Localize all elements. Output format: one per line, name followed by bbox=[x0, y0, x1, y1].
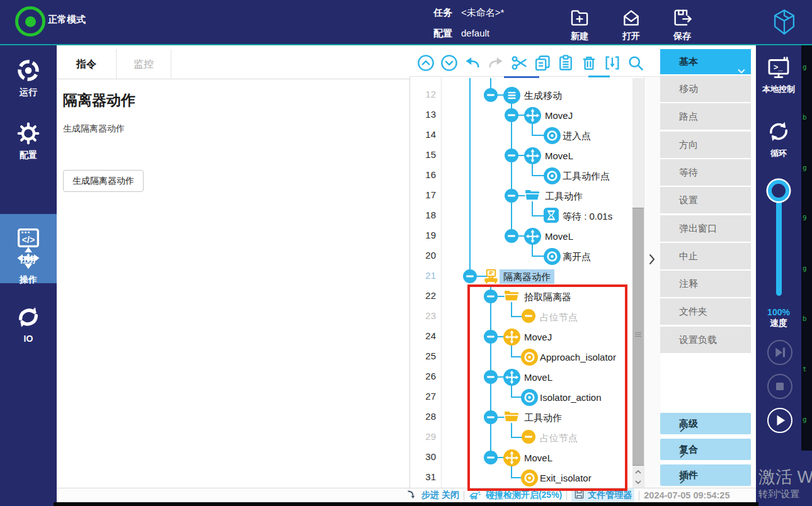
collapse-node-icon[interactable] bbox=[483, 369, 498, 387]
tree-node-label[interactable]: Approach_isolator bbox=[540, 350, 616, 364]
tree-node-label[interactable]: 工具动作 bbox=[545, 189, 583, 203]
insert-icon[interactable] bbox=[603, 54, 621, 72]
sidebar-item-io[interactable]: IO bbox=[0, 305, 57, 344]
generate-isolator-action-button[interactable]: 生成隔离器动作 bbox=[63, 170, 144, 192]
tree-node-label[interactable]: 拾取隔离器 bbox=[524, 290, 571, 304]
tree-node-label[interactable]: 工具动作点 bbox=[563, 169, 610, 183]
collapse-node-icon[interactable] bbox=[504, 188, 519, 206]
step-mode-status[interactable]: 步进 关闭 bbox=[421, 490, 459, 501]
palette-item-4[interactable]: 等待 bbox=[660, 159, 751, 186]
move-icon[interactable] bbox=[524, 147, 541, 167]
waypoint-icon[interactable] bbox=[521, 349, 538, 368]
placeholder-icon[interactable] bbox=[521, 308, 536, 326]
tree-node-label[interactable]: MoveL bbox=[545, 229, 573, 244]
collapse-node-icon[interactable] bbox=[483, 289, 498, 306]
tree-node-label[interactable]: 隔离器动作 bbox=[500, 269, 554, 284]
folder-icon[interactable] bbox=[503, 288, 520, 306]
tree-node-label[interactable]: 工具动作 bbox=[524, 410, 562, 425]
robot-status-icon[interactable] bbox=[15, 6, 45, 37]
sidebar-item-config[interactable]: 配置 bbox=[0, 121, 57, 161]
tree-node-label[interactable]: MoveL bbox=[524, 370, 552, 385]
waypoint-icon[interactable] bbox=[544, 127, 561, 147]
move-icon[interactable] bbox=[524, 228, 541, 247]
tab-monitor[interactable]: 监控 bbox=[117, 49, 171, 79]
move-icon[interactable] bbox=[503, 449, 520, 469]
waypoint-icon[interactable] bbox=[521, 389, 538, 408]
palette-group-2[interactable]: 复合 bbox=[660, 439, 751, 460]
tree-node-label[interactable]: 占位节点 bbox=[540, 430, 578, 445]
sidebar-item-operate[interactable]: 操作 bbox=[0, 245, 57, 286]
expand-panel-chevron-icon[interactable] bbox=[648, 252, 656, 267]
cut-icon[interactable] bbox=[510, 54, 528, 72]
placeholder-icon[interactable] bbox=[521, 429, 536, 447]
collapse-node-icon[interactable] bbox=[483, 87, 498, 105]
new-task-button[interactable]: 新建 bbox=[558, 7, 602, 42]
tree-node-label[interactable]: MoveL bbox=[545, 149, 573, 163]
loop-button[interactable]: 循环 bbox=[756, 118, 801, 159]
folder-icon[interactable] bbox=[503, 409, 520, 427]
palette-item-9[interactable]: 文件夹 bbox=[660, 298, 751, 325]
waypoint-icon[interactable] bbox=[544, 248, 561, 267]
sidebar-item-run[interactable]: 运行 bbox=[0, 58, 57, 98]
collapse-node-icon[interactable] bbox=[504, 108, 519, 125]
scroll-up-icon[interactable] bbox=[634, 467, 643, 475]
tree-node-label[interactable]: Isolator_action bbox=[540, 390, 602, 405]
statusbar-divider bbox=[464, 491, 464, 500]
paste-icon[interactable] bbox=[557, 54, 575, 72]
move-icon[interactable] bbox=[503, 329, 520, 348]
palette-item-5[interactable]: 设置 bbox=[660, 187, 751, 213]
move-icon[interactable] bbox=[503, 369, 520, 388]
local-control-button[interactable]: >_ 本地控制 bbox=[756, 55, 801, 95]
open-task-button[interactable]: 打开 bbox=[609, 7, 653, 42]
tree-node-label[interactable]: Exit_isolator bbox=[540, 471, 592, 485]
move-icon[interactable] bbox=[524, 107, 541, 126]
palette-item-2[interactable]: 路点 bbox=[660, 103, 751, 130]
tree-node-label[interactable]: 进入点 bbox=[563, 128, 591, 143]
palette-item-1[interactable]: 移动 bbox=[660, 76, 751, 102]
palette-group-basic[interactable]: 基本 bbox=[660, 49, 751, 74]
collapse-node-icon[interactable] bbox=[462, 269, 477, 286]
folder-icon[interactable] bbox=[524, 188, 540, 205]
tab-instruction[interactable]: 指令 bbox=[57, 49, 117, 79]
copy-icon[interactable] bbox=[534, 54, 551, 72]
palette-item-7[interactable]: 中止 bbox=[660, 243, 751, 269]
play-button[interactable] bbox=[767, 408, 792, 433]
palette-item-8[interactable]: 注释 bbox=[660, 271, 751, 297]
scroll-down-icon[interactable] bbox=[634, 477, 643, 485]
tree-node-label[interactable]: 生成移动 bbox=[524, 88, 562, 103]
sidebar-item-label: IO bbox=[24, 334, 33, 344]
waypoint-icon[interactable] bbox=[521, 469, 538, 489]
save-task-button[interactable]: 保存 bbox=[660, 7, 704, 42]
collapse-node-icon[interactable] bbox=[483, 410, 498, 427]
tree-node-label[interactable]: 等待 : 0.01s bbox=[563, 209, 612, 223]
palette-item-3[interactable]: 方向 bbox=[660, 132, 751, 158]
collapse-node-icon[interactable] bbox=[504, 148, 519, 166]
tree-node-label[interactable]: MoveJ bbox=[545, 108, 573, 123]
palette-group-1[interactable]: 高级 bbox=[660, 413, 751, 434]
collision-detect-status[interactable]: 碰撞检测开启(25%) bbox=[486, 490, 562, 501]
file-manager-button[interactable]: 文件管理器 bbox=[571, 488, 634, 503]
delete-icon[interactable] bbox=[580, 54, 598, 72]
collapse-node-icon[interactable] bbox=[504, 228, 519, 246]
collapse-all-icon[interactable] bbox=[417, 54, 435, 72]
device-icon[interactable] bbox=[483, 268, 500, 288]
speed-slider-track[interactable] bbox=[776, 189, 782, 296]
search-icon[interactable] bbox=[627, 54, 644, 72]
stop-button[interactable] bbox=[767, 374, 792, 399]
palette-group-3[interactable]: 插件 bbox=[660, 464, 751, 486]
collapse-node-icon[interactable] bbox=[483, 329, 498, 347]
tree-node-label[interactable]: MoveL bbox=[524, 451, 552, 465]
collapse-node-icon[interactable] bbox=[483, 450, 498, 468]
tree-node-label[interactable]: 占位节点 bbox=[540, 310, 578, 324]
tree-node-label[interactable]: MoveJ bbox=[524, 330, 552, 344]
menu-icon[interactable] bbox=[503, 87, 520, 106]
step-forward-button[interactable] bbox=[767, 340, 792, 365]
speed-slider-knob[interactable] bbox=[768, 180, 789, 201]
waypoint-icon[interactable] bbox=[544, 167, 561, 187]
palette-item-10[interactable]: 设置负载 bbox=[660, 327, 751, 353]
expand-all-icon[interactable] bbox=[440, 54, 458, 72]
palette-item-6[interactable]: 弹出窗口 bbox=[660, 215, 751, 242]
hourglass-icon[interactable] bbox=[544, 208, 559, 225]
tree-node-label[interactable]: 离开点 bbox=[563, 249, 591, 264]
undo-icon[interactable] bbox=[464, 54, 481, 72]
